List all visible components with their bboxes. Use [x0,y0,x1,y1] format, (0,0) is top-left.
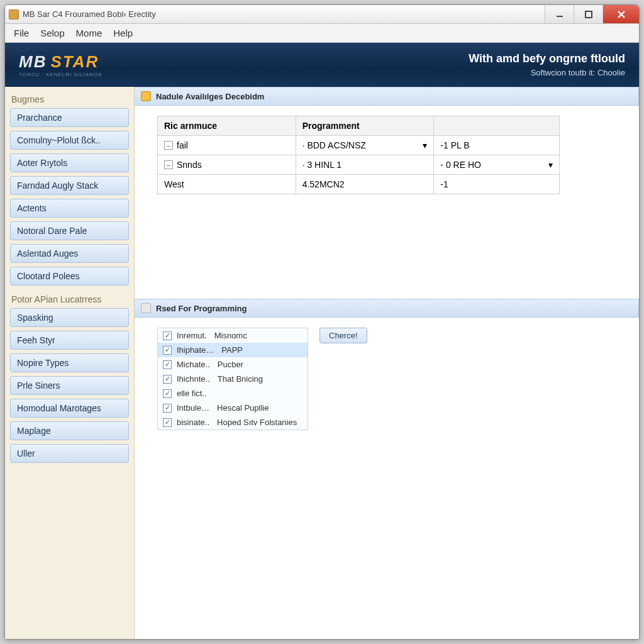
main: Nadule Availılges Decebidm Ric arnmuce P… [135,87,639,639]
sidebar-item[interactable]: Homodual Marotages [10,399,129,418]
body: Bugrnes Prarchance Comulny~Plolut ßck.. … [5,87,639,639]
panel-programming: Rsed For Programming ✓Inremut.Misnomc ✓I… [135,299,639,440]
document-icon [141,303,151,313]
sidebar-item[interactable]: Notoral Dare Pale [10,221,129,240]
panel-body: Ric arnmuce Programment –fail · BDD ACS/… [135,106,639,204]
table-row[interactable]: –fail · BDD ACS/NSZ▾ -1 PL B [158,136,560,155]
logo-text-star: STAR [50,52,99,71]
panel-header: Rsed For Programming [135,299,639,318]
cell: Snnds [177,160,202,170]
module-icon [141,91,151,101]
table-row[interactable]: West 4.52MCN2 -1 [158,175,560,194]
chevron-down-icon[interactable]: ▾ [423,140,427,150]
collapse-icon[interactable]: – [164,160,173,169]
checkbox-icon[interactable]: ✓ [163,389,172,398]
menu-help[interactable]: Help [113,28,133,38]
sidebar-item[interactable]: Clootard Polees [10,267,129,286]
titlebar: MB Sar C4 Frouramed Bobl‹ Erectity [5,5,639,24]
sidebar-item[interactable]: Aslentad Auges [10,244,129,263]
minimize-button[interactable] [545,5,574,23]
sidebar-item[interactable]: Aoter Rıytols [10,153,129,172]
panel-header: Nadule Availılges Decebidm [135,87,639,106]
app-icon [9,9,19,19]
svg-rect-0 [557,16,563,17]
check-item[interactable]: ✓Intbule…Hescal Pupllie [158,401,308,415]
window-buttons [545,5,639,23]
cell: West [164,179,184,189]
sidebar-item[interactable]: Maplage [10,421,129,440]
logo-text-mb: MB [19,52,47,71]
banner-heading: With amd befy ongrne ftlould [469,52,625,65]
sidebar-item[interactable]: Nopire Types [10,353,129,372]
banner-right: With amd befy ongrne ftlould Softwcion t… [469,52,625,77]
sidebar-item[interactable]: Prarchance [10,108,129,127]
check-item[interactable]: ✓bisinate..Hoped Sıtv Folstanies [158,415,308,430]
chevron-down-icon[interactable]: ▾ [548,160,553,170]
cell: -1 PL B [440,140,469,150]
cell: - 0 RE HO [440,160,545,170]
modules-table: Ric arnmuce Programment –fail · BDD ACS/… [157,116,560,194]
checkbox-icon[interactable]: ✓ [163,346,172,355]
cell: · BDD ACS/NSZ [303,140,419,150]
check-item[interactable]: ✓Michate..Pucber [158,357,308,372]
cell: 4.52MCN2 [303,179,345,189]
col-header: Ric arnmuce [158,116,296,136]
collapse-icon[interactable]: – [164,141,173,150]
banner: MBSTAR TORCU · KENELRI SILIANOS With amd… [5,43,639,87]
sidebar-item[interactable]: Prle Siners [10,376,129,395]
sidebar-item[interactable]: Actents [10,199,129,218]
sidebar-item[interactable]: Uller [10,444,129,463]
panel-title: Rsed For Programming [156,304,247,313]
programming-checklist[interactable]: ✓Inremut.Misnomc ✓Ihiphate…PAPP ✓Michate… [157,328,308,430]
sidebar-group-title: Bugrnes [11,94,128,104]
table-row[interactable]: –Snnds · 3 HINL 1 - 0 RE HO▾ [158,155,560,175]
panel-modules: Nadule Availılges Decebidm Ric arnmuce P… [135,87,639,204]
menu-mome[interactable]: Mome [76,28,103,38]
banner-subheading: Softwcion toutb it: Choolie [469,68,625,77]
sidebar-group-title: Potor APian Lucatrress [11,294,128,304]
cell: fail [177,140,188,150]
checkbox-icon[interactable]: ✓ [163,375,172,384]
col-header [434,116,560,136]
logo: MBSTAR TORCU · KENELRI SILIANOS [19,52,102,77]
menubar: File Selop Mome Help [5,24,639,43]
check-item[interactable]: ✓elle fict.. [158,386,308,401]
menu-selop[interactable]: Selop [40,28,64,38]
sidebar-item[interactable]: Spasking [10,308,129,327]
table-header-row: Ric arnmuce Programment [158,116,560,136]
check-item[interactable]: ✓Ihiphate…PAPP [158,343,308,357]
sidebar-item[interactable]: Feeh Styr [10,331,129,350]
cell: -1 [440,179,448,189]
svg-rect-1 [586,11,592,18]
panel-body: ✓Inremut.Misnomc ✓Ihiphate…PAPP ✓Michate… [135,318,639,440]
check-item[interactable]: ✓Inremut.Misnomc [158,328,308,343]
cell: · 3 HINL 1 [303,160,342,170]
checkbox-icon[interactable]: ✓ [163,418,172,427]
checkbox-icon[interactable]: ✓ [163,404,172,413]
maximize-button[interactable] [574,5,602,23]
close-button[interactable] [602,5,639,23]
sidebar: Bugrnes Prarchance Comulny~Plolut ßck.. … [5,87,135,639]
sidebar-item[interactable]: Farndad Augly Stack [10,176,129,195]
menu-file[interactable]: File [14,28,29,38]
window-title: MB Sar C4 Frouramed Bobl‹ Erectity [23,9,545,19]
col-header: Programment [296,116,434,136]
app-window: MB Sar C4 Frouramed Bobl‹ Erectity File … [4,4,640,640]
cherce-button[interactable]: Cherce! [319,328,367,343]
checkbox-icon[interactable]: ✓ [163,331,172,340]
checkbox-icon[interactable]: ✓ [163,360,172,369]
logo-subtitle: TORCU · KENELRI SILIANOS [19,72,102,77]
panel-title: Nadule Availılges Decebidm [156,92,264,101]
sidebar-item[interactable]: Comulny~Plolut ßck.. [10,131,129,150]
check-item[interactable]: ✓Ihichnte..That Bnicing [158,372,308,386]
